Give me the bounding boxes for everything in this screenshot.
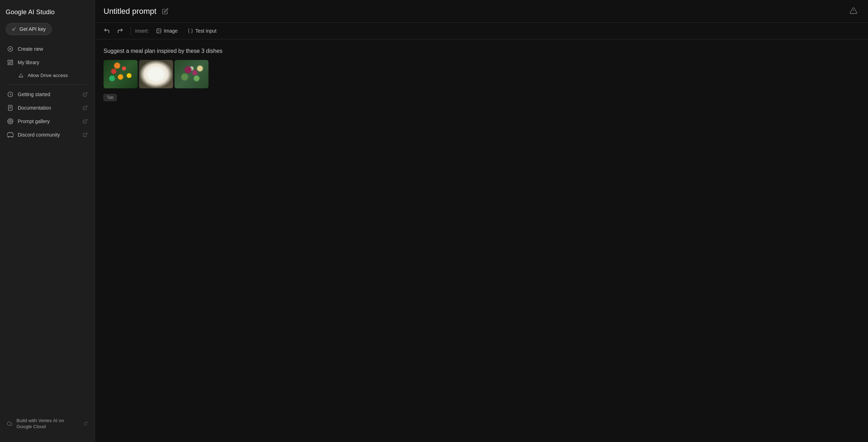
prompt-text: Suggest a meal plan inspired by these 3 … bbox=[104, 48, 859, 54]
tab-badge[interactable]: Tab bbox=[104, 94, 117, 101]
pencil-icon bbox=[162, 8, 168, 15]
svg-line-16 bbox=[85, 120, 87, 122]
svg-rect-6 bbox=[11, 62, 13, 65]
key-icon bbox=[12, 27, 17, 32]
discord-icon bbox=[7, 132, 13, 138]
svg-rect-5 bbox=[11, 60, 13, 61]
insert-label: Insert: bbox=[135, 28, 149, 34]
insert-image-button[interactable]: Image bbox=[152, 26, 182, 36]
allow-drive-label: Allow Drive access bbox=[28, 73, 68, 78]
getting-started-icon bbox=[7, 91, 13, 98]
food-image-3[interactable] bbox=[174, 60, 208, 88]
svg-line-18 bbox=[85, 422, 87, 424]
svg-point-15 bbox=[10, 121, 11, 122]
external-link-icon-4 bbox=[83, 132, 88, 137]
edit-title-button[interactable] bbox=[161, 7, 170, 16]
prompt-title: Untitled prompt bbox=[104, 7, 156, 16]
test-input-label: Test input bbox=[195, 28, 217, 34]
toolbar-divider bbox=[130, 27, 131, 35]
alert-triangle-icon bbox=[850, 7, 857, 15]
documentation-label: Documentation bbox=[18, 105, 51, 111]
braces-icon bbox=[188, 28, 193, 34]
food-image-2[interactable] bbox=[139, 60, 173, 88]
getting-started-label: Getting started bbox=[18, 92, 50, 97]
external-link-icon-5 bbox=[84, 421, 88, 426]
sidebar: Google AI Studio Get API key Create new bbox=[0, 0, 95, 442]
discord-label: Discord community bbox=[18, 132, 60, 138]
insert-image-label: Image bbox=[164, 28, 178, 34]
svg-line-14 bbox=[85, 106, 87, 108]
circle-plus-icon bbox=[7, 46, 13, 52]
sidebar-navigation: Create new My library Allow Drive access bbox=[0, 41, 95, 411]
main-header: Untitled prompt bbox=[95, 0, 868, 23]
sidebar-item-vertex-ai[interactable]: Build with Vertex AI on Google Cloud bbox=[3, 414, 92, 433]
svg-point-0 bbox=[12, 29, 14, 31]
sidebar-item-discord[interactable]: Discord community bbox=[3, 128, 92, 142]
prompt-gallery-label: Prompt gallery bbox=[18, 118, 50, 124]
create-new-label: Create new bbox=[18, 46, 43, 52]
drive-icon bbox=[18, 73, 23, 78]
svg-rect-4 bbox=[8, 60, 10, 62]
sidebar-item-my-library[interactable]: My library bbox=[3, 56, 92, 69]
undo-button[interactable] bbox=[101, 26, 113, 36]
external-link-icon-2 bbox=[83, 105, 88, 110]
my-library-label: My library bbox=[18, 60, 39, 65]
toolbar: Insert: Image Test input bbox=[95, 23, 868, 39]
external-link-icon-3 bbox=[83, 119, 88, 124]
undo-icon bbox=[104, 28, 110, 34]
external-link-icon bbox=[83, 92, 88, 97]
food-image-1[interactable] bbox=[104, 60, 138, 88]
sidebar-item-prompt-gallery[interactable]: Prompt gallery bbox=[3, 115, 92, 128]
header-right bbox=[847, 5, 859, 18]
get-api-key-button[interactable]: Get API key bbox=[6, 23, 52, 35]
documentation-icon bbox=[7, 105, 13, 111]
library-icon bbox=[7, 59, 13, 66]
svg-rect-7 bbox=[8, 63, 10, 65]
prompt-area[interactable]: Suggest a meal plan inspired by these 3 … bbox=[95, 39, 868, 442]
redo-icon bbox=[117, 28, 123, 34]
prompt-title-area: Untitled prompt bbox=[104, 7, 170, 16]
svg-line-9 bbox=[85, 93, 87, 95]
prompt-gallery-icon bbox=[7, 118, 13, 125]
vertex-ai-label: Build with Vertex AI on Google Cloud bbox=[16, 418, 79, 430]
get-api-label: Get API key bbox=[20, 26, 46, 32]
app-logo: Google AI Studio bbox=[0, 6, 95, 23]
svg-point-22 bbox=[158, 30, 158, 31]
sidebar-item-documentation[interactable]: Documentation bbox=[3, 101, 92, 115]
insert-test-input-button[interactable]: Test input bbox=[183, 26, 221, 36]
sidebar-item-getting-started[interactable]: Getting started bbox=[3, 88, 92, 101]
main-content: Untitled prompt bbox=[95, 0, 868, 442]
svg-line-17 bbox=[85, 133, 87, 135]
sidebar-item-create-new[interactable]: Create new bbox=[3, 42, 92, 56]
alert-button[interactable] bbox=[847, 5, 859, 18]
image-icon bbox=[156, 28, 162, 34]
sidebar-item-allow-drive[interactable]: Allow Drive access bbox=[3, 69, 92, 82]
cloud-icon bbox=[7, 420, 12, 427]
sidebar-bottom: Build with Vertex AI on Google Cloud bbox=[0, 411, 95, 436]
nav-divider bbox=[9, 84, 86, 85]
svg-rect-10 bbox=[9, 105, 12, 111]
images-row bbox=[104, 60, 859, 88]
redo-button[interactable] bbox=[114, 26, 126, 36]
